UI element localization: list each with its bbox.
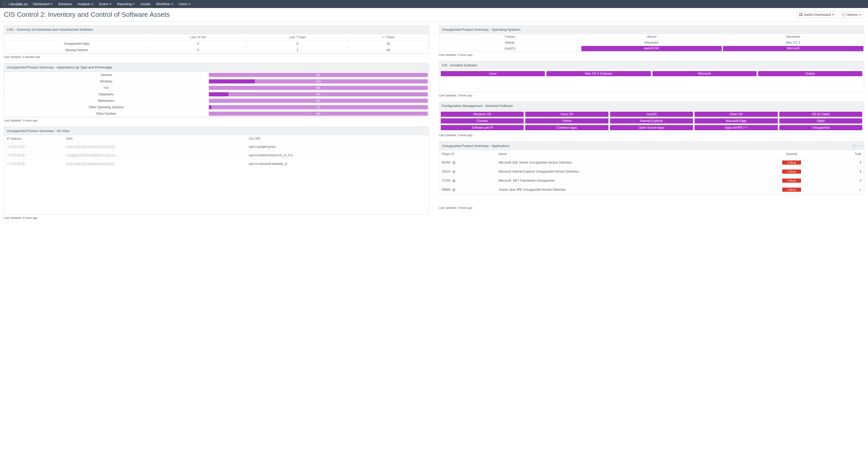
bar-cell[interactable]: 0% [208, 110, 429, 117]
os-cell[interactable]: openSUSE [581, 46, 722, 51]
nav-item-reporting[interactable]: Reporting [117, 2, 135, 6]
panel-config-mgmt: Configuration Management - Detected Soft… [439, 102, 864, 137]
name-cell: Microsoft Internet Explorer Unsupported … [496, 167, 755, 176]
chip[interactable]: Common Apps [525, 125, 608, 130]
chip[interactable]: Microsoft [652, 71, 756, 76]
chevron-down-icon[interactable] [857, 145, 859, 146]
chip[interactable]: Open Source Apps [610, 125, 693, 130]
chip[interactable]: macOS [610, 111, 693, 117]
chip[interactable]: Firefox [525, 118, 608, 124]
panel-header[interactable]: Unsupported Product Summary - Applicatio… [4, 63, 429, 72]
os-cell[interactable]: Slackware [722, 34, 864, 39]
row-label: Windows [4, 78, 208, 85]
bar-cell[interactable]: 21% [208, 78, 429, 85]
table-row[interactable]: 172.30.40.98pxap-depot.lab.tenablesecuri… [4, 160, 429, 168]
panel-header[interactable]: Configuration Management - Detected Soft… [439, 102, 864, 110]
switch-dashboard-button[interactable]: Switch Dashboard [797, 11, 837, 18]
nav-item-assets[interactable]: Assets [141, 2, 150, 6]
chip[interactable]: Apps w/VPR > 7 [694, 125, 778, 130]
os-cell[interactable]: Debian [439, 40, 581, 45]
config-chips: Windows OSLinux OSmacOSOther OSOS ID Fai… [439, 110, 864, 132]
table-header: Last 7 Days [247, 34, 348, 40]
chip[interactable]: Software per IP [441, 125, 524, 130]
last-updated: Last Updated: 3 hours ago [439, 132, 864, 137]
chip[interactable]: OS ID Failed [779, 111, 862, 117]
table-row: Missing Patches0144 [4, 47, 429, 54]
table-row: Windows21% [4, 78, 429, 85]
os-cell[interactable]: CentOS [439, 46, 581, 52]
os-cell[interactable]: Fedora [439, 34, 581, 39]
info-icon[interactable]: i [452, 188, 456, 192]
os-cell[interactable]: Mandrake [581, 40, 722, 45]
bar-cell[interactable]: 0% [208, 72, 429, 78]
ip-cell: 172.30.40.96 [4, 151, 64, 160]
os-cell[interactable]: Microsoft [723, 46, 863, 51]
panel-header-icons: › [852, 144, 861, 148]
left-column: CSC - Inventory of Authorized and Unauth… [4, 25, 429, 219]
chevron-down-icon [171, 4, 173, 5]
nav-item-solutions[interactable]: Solutions [58, 2, 72, 6]
name-cell: Microsoft .NET Framework Unsupported [496, 176, 755, 185]
nav-item-workflow[interactable]: Workflow [156, 2, 173, 6]
table-row[interactable]: 55958 iOracle Java JRE Unsupported Versi… [439, 185, 864, 194]
chip[interactable]: Linux OS [525, 111, 608, 117]
chevron-down-icon [91, 4, 93, 5]
panel-all-oses: Unsupported Product Summary - All OSes I… [4, 127, 429, 219]
total-cell: 3 [828, 176, 864, 185]
chip[interactable]: Windows OS [441, 111, 524, 117]
table-row[interactable]: 172.30.40.96fortigate-60f.lab.tenablesec… [4, 151, 429, 160]
severity-badge: Critical [782, 188, 801, 192]
bar-cell[interactable]: 1% [208, 104, 429, 110]
nav-item-analysis[interactable]: Analysis [78, 2, 93, 6]
last-updated: Last Updated: 3 hours ago [439, 205, 864, 209]
brand-logo[interactable]: tenable.sc [4, 2, 28, 6]
chip[interactable]: Other OS [694, 111, 778, 117]
nav-item-dashboard[interactable]: Dashboard [33, 2, 53, 6]
table-row[interactable]: 172.30.40.58pxap-depot.lab.tenablesecuri… [4, 143, 429, 151]
chip[interactable]: Unsupported [779, 125, 862, 130]
chip[interactable]: Solaris [758, 71, 862, 76]
chevron-right-icon[interactable]: › [860, 144, 861, 148]
plugin-id-cell: 64784 i [439, 158, 496, 167]
chip[interactable]: Mac OS X Software [547, 71, 651, 76]
apps-table: Plugin IDNameSeverityTotal 64784 iMicros… [439, 150, 864, 194]
os-cell[interactable]: Ubuntu [581, 34, 722, 39]
panel-title-text: Unsupported Product Summary - Applicatio… [442, 144, 510, 148]
panel-header[interactable]: CSC - Inventory of Authorized and Unauth… [4, 26, 429, 34]
info-icon[interactable]: i [452, 179, 456, 183]
nav-item-users[interactable]: Users [179, 2, 191, 6]
right-column: Unsupported Product Summary - Operating … [439, 25, 864, 219]
header-buttons: Switch Dashboard Options [797, 11, 864, 18]
gear-icon[interactable] [852, 144, 855, 147]
options-button[interactable]: Options [839, 11, 864, 18]
table-row[interactable]: 72704 iMicrosoft .NET Framework Unsuppor… [439, 176, 864, 185]
bar-cell[interactable]: 0% [208, 98, 429, 104]
table-row[interactable]: 64784 iMicrosoft SQL Server Unsupported … [439, 158, 864, 167]
cell-value: 0 [247, 40, 348, 47]
table-row[interactable]: 22024 iMicrosoft Internet Explorer Unsup… [439, 167, 864, 176]
panel-header[interactable]: Unsupported Product Summary - All OSes [4, 127, 429, 135]
table-row: Databases9% [4, 91, 429, 98]
panel-header[interactable]: Unsupported Product Summary - Applicatio… [439, 142, 864, 150]
panel-header[interactable]: Unsupported Product Summary - Operating … [439, 26, 864, 34]
os-cell[interactable]: Mac OS X [722, 40, 864, 45]
chip[interactable]: Internet Explorer [610, 118, 693, 124]
main-nav: DashboardSolutionsAnalysisScansReporting… [33, 2, 190, 6]
chip[interactable]: Safari [779, 118, 862, 124]
chip[interactable]: Chrome [441, 118, 524, 124]
os-grid: FedoraUbuntuSlackwareDebianMandrakeMac O… [439, 34, 864, 52]
nav-item-scans[interactable]: Scans [99, 2, 112, 6]
chip[interactable]: Linux [441, 71, 545, 76]
bar-cell[interactable]: 0% [208, 85, 429, 91]
info-icon[interactable]: i [452, 161, 456, 164]
chip[interactable]: Microsoft Edge [694, 118, 778, 124]
options-label: Options [846, 13, 858, 16]
bar-cell[interactable]: 9% [208, 91, 429, 98]
dns-cell: pxap-depot.lab.tenablesecurity.com [64, 160, 246, 168]
chevron-down-icon [133, 4, 135, 5]
panel-apps-by-type: Unsupported Product Summary - Applicatio… [4, 63, 429, 122]
row-label: Other Families [4, 110, 208, 117]
panel-os-summary: Unsupported Product Summary - Operating … [439, 25, 864, 56]
info-icon[interactable]: i [452, 170, 456, 173]
panel-header[interactable]: CIS - Installed Software [439, 61, 864, 69]
